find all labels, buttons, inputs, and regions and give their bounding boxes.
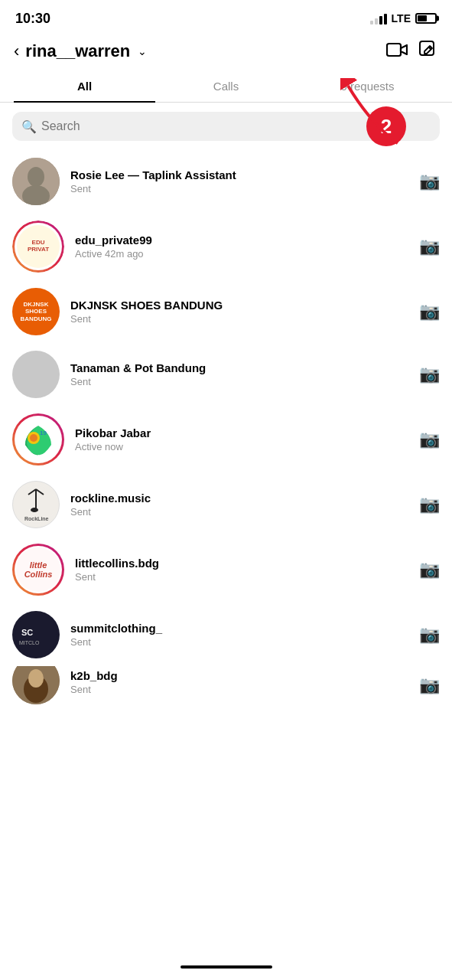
tabs-container: All Calls 0 requests bbox=[0, 70, 452, 103]
back-button[interactable]: ‹ bbox=[14, 41, 19, 61]
camera-icon[interactable]: 📷 bbox=[419, 172, 440, 191]
svg-point-14 bbox=[31, 508, 38, 512]
avatar bbox=[12, 666, 60, 704]
message-info: rockline.music Sent bbox=[70, 492, 411, 518]
header-left: ‹ rina__warren ⌄ bbox=[14, 41, 147, 61]
contact-name: summitclothing_ bbox=[70, 622, 411, 635]
compose-icon[interactable] bbox=[418, 40, 438, 63]
contact-name: edu_private99 bbox=[75, 234, 411, 247]
message-list: Rosie Lee — Taplink Assistant Sent 📷 EDU… bbox=[0, 150, 452, 704]
search-container: 🔍 2 bbox=[0, 103, 452, 150]
contact-name: Tanaman & Pot Bandung bbox=[70, 361, 411, 374]
status-bar: 10:30 LTE bbox=[0, 0, 452, 34]
message-info: edu_private99 Active 42m ago bbox=[75, 234, 411, 260]
list-item[interactable]: Tanaman & Pot Bandung Sent 📷 bbox=[0, 343, 452, 406]
svg-point-4 bbox=[28, 167, 44, 187]
avatar bbox=[12, 158, 60, 205]
list-item[interactable]: SC MITCLO summitclothing_ Sent 📷 bbox=[0, 603, 452, 666]
avatar: RockLine bbox=[12, 481, 60, 528]
home-indicator bbox=[0, 954, 452, 980]
camera-icon[interactable]: 📷 bbox=[419, 302, 440, 322]
lte-label: LTE bbox=[392, 12, 411, 24]
camera-icon[interactable]: 📷 bbox=[419, 675, 440, 695]
camera-icon[interactable]: 📷 bbox=[419, 237, 440, 256]
message-info: summitclothing_ Sent bbox=[70, 622, 411, 648]
message-status: Sent bbox=[70, 506, 411, 518]
contact-name: DKJNSK SHOES BANDUNG bbox=[70, 299, 411, 312]
svg-text:MITCLO: MITCLO bbox=[19, 640, 40, 645]
notification-badge: 2 bbox=[366, 106, 406, 146]
message-info: Rosie Lee — Taplink Assistant Sent bbox=[70, 168, 411, 194]
avatar: littleCollins bbox=[12, 544, 64, 596]
svg-point-21 bbox=[28, 669, 44, 688]
list-item[interactable]: RockLine rockline.music Sent 📷 bbox=[0, 473, 452, 536]
contact-name: rockline.music bbox=[70, 492, 411, 505]
video-call-icon[interactable] bbox=[386, 41, 408, 61]
message-status: Sent bbox=[75, 571, 411, 583]
message-status: Active now bbox=[75, 441, 411, 452]
svg-rect-0 bbox=[387, 44, 401, 56]
contact-name: k2b_bdg bbox=[70, 669, 411, 682]
message-info: k2b_bdg Sent bbox=[70, 669, 411, 695]
list-item[interactable]: littleCollins littlecollins.bdg Sent 📷 bbox=[0, 536, 452, 603]
signal-icon bbox=[370, 12, 387, 24]
svg-point-8 bbox=[30, 434, 37, 442]
message-status: Sent bbox=[70, 684, 411, 695]
contact-name: Rosie Lee — Taplink Assistant bbox=[70, 168, 411, 181]
avatar: SC MITCLO bbox=[12, 611, 60, 658]
home-bar bbox=[180, 965, 272, 969]
svg-text:SC: SC bbox=[21, 628, 33, 637]
message-info: Tanaman & Pot Bandung Sent bbox=[70, 361, 411, 387]
avatar: EDUPRIVAT bbox=[12, 220, 64, 273]
contact-name: littlecollins.bdg bbox=[75, 557, 411, 570]
dropdown-icon[interactable]: ⌄ bbox=[138, 45, 147, 57]
status-icons: LTE bbox=[370, 12, 437, 24]
status-time: 10:30 bbox=[15, 11, 50, 27]
header-right bbox=[386, 40, 438, 63]
camera-icon[interactable]: 📷 bbox=[419, 625, 440, 645]
avatar bbox=[12, 351, 60, 398]
message-status: Sent bbox=[70, 313, 411, 325]
message-status: Sent bbox=[70, 636, 411, 648]
tab-all[interactable]: All bbox=[14, 70, 155, 102]
header: ‹ rina__warren ⌄ bbox=[0, 34, 452, 70]
avatar: DKJNSKSHOESBANDUNG bbox=[12, 288, 60, 335]
list-item[interactable]: Rosie Lee — Taplink Assistant Sent 📷 bbox=[0, 150, 452, 213]
message-status: Sent bbox=[70, 376, 411, 387]
message-info: DKJNSK SHOES BANDUNG Sent bbox=[70, 299, 411, 325]
message-status: Sent bbox=[70, 183, 411, 194]
svg-text:RockLine: RockLine bbox=[24, 516, 49, 521]
list-item[interactable]: k2b_bdg Sent 📷 bbox=[0, 666, 452, 704]
avatar: 19 bbox=[12, 413, 64, 466]
list-item[interactable]: 19 Pikobar Jabar Active now 📷 bbox=[0, 406, 452, 473]
search-icon: 🔍 bbox=[21, 119, 37, 134]
camera-icon[interactable]: 📷 bbox=[419, 495, 440, 514]
camera-icon[interactable]: 📷 bbox=[419, 364, 440, 384]
svg-text:19: 19 bbox=[40, 430, 47, 436]
tab-requests[interactable]: 0 requests bbox=[297, 70, 438, 102]
battery-icon bbox=[415, 13, 437, 24]
list-item[interactable]: DKJNSKSHOESBANDUNG DKJNSK SHOES BANDUNG … bbox=[0, 280, 452, 343]
message-info: littlecollins.bdg Sent bbox=[75, 557, 411, 583]
username-label: rina__warren bbox=[25, 41, 130, 61]
camera-icon[interactable]: 📷 bbox=[419, 560, 440, 580]
contact-name: Pikobar Jabar bbox=[75, 426, 411, 439]
message-status: Active 42m ago bbox=[75, 248, 411, 260]
camera-icon[interactable]: 📷 bbox=[419, 430, 440, 449]
message-info: Pikobar Jabar Active now bbox=[75, 426, 411, 452]
tab-calls[interactable]: Calls bbox=[155, 70, 297, 102]
list-item[interactable]: EDUPRIVAT edu_private99 Active 42m ago 📷 bbox=[0, 213, 452, 280]
